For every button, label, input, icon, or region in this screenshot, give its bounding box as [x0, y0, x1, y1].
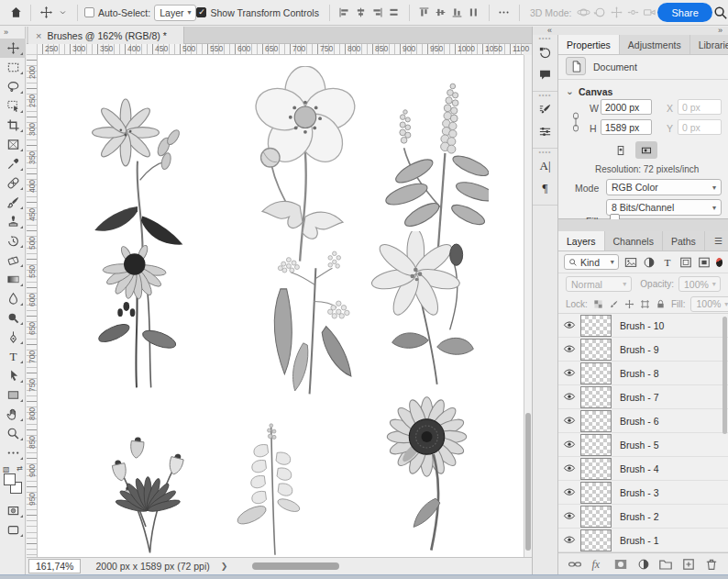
- tab-paths[interactable]: Paths: [663, 231, 705, 251]
- collapse-panels-icon[interactable]: «: [547, 27, 552, 35]
- color-swatches[interactable]: ▧ ⇄: [0, 462, 26, 501]
- y-input[interactable]: [678, 119, 722, 135]
- document-canvas[interactable]: [38, 55, 524, 557]
- crop-tool[interactable]: [0, 116, 26, 135]
- 3d-pan-icon[interactable]: [608, 5, 624, 21]
- dodge-tool[interactable]: [0, 308, 26, 328]
- tab-channels[interactable]: Channels: [605, 231, 663, 251]
- align-vertical-centers-icon[interactable]: [433, 5, 449, 21]
- layer-filter-toggle[interactable]: [716, 258, 722, 267]
- layer-visibility-icon[interactable]: [558, 319, 580, 332]
- new-group-icon[interactable]: [658, 557, 673, 572]
- tool-preset-chevron-icon[interactable]: [54, 5, 71, 21]
- show-transform-checkbox[interactable]: ✓: [196, 7, 206, 17]
- more-options-icon[interactable]: [496, 5, 513, 21]
- shape-tool[interactable]: [0, 385, 26, 405]
- panel-brush-settings-icon[interactable]: [533, 98, 557, 120]
- tab-properties[interactable]: Properties: [558, 35, 620, 54]
- layer-row[interactable]: Brush - 4: [558, 457, 728, 481]
- bit-depth-select[interactable]: 8 Bits/Channel▾: [606, 199, 722, 216]
- distribute-horizontal-icon[interactable]: [386, 5, 403, 21]
- layer-row[interactable]: Brush - 2: [558, 505, 728, 529]
- layer-thumbnail[interactable]: [580, 362, 612, 384]
- brush-tool[interactable]: [0, 193, 26, 212]
- layer-row[interactable]: Brush - 8: [558, 362, 728, 385]
- home-icon[interactable]: [7, 5, 24, 21]
- layer-visibility-icon[interactable]: [558, 367, 580, 380]
- layer-row[interactable]: Brush - 1: [558, 529, 728, 552]
- history-brush-tool[interactable]: [0, 231, 26, 251]
- collapse-dock-icon[interactable]: »: [718, 27, 722, 35]
- frame-tool[interactable]: [0, 135, 26, 154]
- layer-row[interactable]: Brush - 6: [558, 409, 728, 433]
- layer-thumbnail[interactable]: [580, 339, 612, 361]
- type-tool[interactable]: T: [0, 347, 26, 366]
- eraser-tool[interactable]: [0, 251, 26, 270]
- lock-position-icon[interactable]: [624, 298, 634, 310]
- status-chevron-icon[interactable]: ❯: [221, 562, 228, 571]
- width-input[interactable]: [601, 99, 652, 115]
- canvas-section-chevron-icon[interactable]: ⌄: [566, 85, 574, 96]
- blend-mode-select[interactable]: Normal▾: [566, 276, 632, 292]
- opacity-select[interactable]: 100%▾: [678, 276, 721, 292]
- panel-character-icon[interactable]: A|: [533, 155, 557, 177]
- share-button[interactable]: Share: [657, 3, 711, 22]
- layer-visibility-icon[interactable]: [558, 510, 580, 523]
- add-mask-icon[interactable]: [613, 557, 628, 572]
- layer-visibility-icon[interactable]: [558, 343, 580, 356]
- layer-visibility-icon[interactable]: [558, 415, 580, 428]
- x-input[interactable]: [678, 99, 722, 115]
- document-properties-icon[interactable]: [566, 57, 586, 75]
- pen-tool[interactable]: [0, 328, 26, 347]
- eyedropper-tool[interactable]: [0, 154, 26, 173]
- layer-row[interactable]: Brush - 9: [558, 338, 728, 362]
- document-tab[interactable]: × Brushes @ 162% (RGB/8) *: [28, 27, 184, 44]
- toolbar-collapse-icon[interactable]: »: [0, 27, 25, 39]
- layer-row[interactable]: Brush - 5: [558, 433, 728, 457]
- clone-stamp-tool[interactable]: [0, 212, 26, 231]
- screen-mode-button[interactable]: [0, 520, 26, 540]
- filter-shape-layers-icon[interactable]: [679, 255, 692, 269]
- layer-row[interactable]: Brush - 7: [558, 385, 728, 409]
- height-input[interactable]: [601, 119, 652, 135]
- layer-visibility-icon[interactable]: [558, 439, 580, 451]
- filter-type-layers-icon[interactable]: T: [661, 255, 674, 269]
- layers-scrollbar[interactable]: [722, 317, 727, 434]
- layer-thumbnail[interactable]: [580, 386, 612, 408]
- fill-checkbox[interactable]: [610, 214, 620, 219]
- 3d-roll-icon[interactable]: [591, 5, 608, 21]
- layer-visibility-icon[interactable]: [558, 486, 580, 499]
- layer-thumbnail[interactable]: [580, 506, 612, 528]
- filter-pixel-layers-icon[interactable]: [624, 255, 637, 269]
- swap-colors-icon[interactable]: ⇄: [17, 464, 23, 473]
- default-colors-icon[interactable]: ▧: [3, 465, 10, 473]
- gradient-tool[interactable]: [0, 270, 26, 289]
- layer-thumbnail[interactable]: [580, 315, 612, 337]
- align-right-edges-icon[interactable]: [370, 5, 386, 21]
- marquee-tool[interactable]: [0, 58, 26, 77]
- zoom-level-field[interactable]: 161,74%: [28, 559, 81, 573]
- fill-opacity-select[interactable]: 100%▾: [690, 296, 728, 312]
- align-bottom-edges-icon[interactable]: [449, 5, 466, 21]
- panel-comments-icon[interactable]: [533, 63, 557, 85]
- link-dimensions-icon[interactable]: [571, 112, 580, 132]
- align-left-edges-icon[interactable]: [336, 5, 353, 21]
- layer-filter-select[interactable]: Kind▾: [564, 254, 619, 270]
- canvas-horizontal-scrollbar[interactable]: [252, 562, 339, 570]
- lasso-tool[interactable]: [0, 77, 26, 96]
- filter-smart-objects-icon[interactable]: [698, 255, 711, 269]
- current-tool-icon[interactable]: [38, 5, 54, 21]
- distribute-vertical-icon[interactable]: [466, 5, 482, 21]
- layer-visibility-icon[interactable]: [558, 391, 580, 404]
- layers-panel-menu-icon[interactable]: ☰: [714, 236, 722, 246]
- auto-select-checkbox[interactable]: [84, 7, 94, 17]
- lock-artboard-icon[interactable]: [640, 298, 650, 310]
- align-top-edges-icon[interactable]: [416, 5, 433, 21]
- align-horizontal-centers-icon[interactable]: [353, 5, 370, 21]
- panel-history-icon[interactable]: [533, 41, 557, 63]
- tab-adjustments[interactable]: Adjustments: [620, 35, 690, 54]
- orientation-portrait-button[interactable]: [610, 141, 632, 159]
- layer-visibility-icon[interactable]: [558, 534, 580, 547]
- layer-thumbnail[interactable]: [580, 458, 612, 480]
- hand-tool[interactable]: [0, 405, 26, 424]
